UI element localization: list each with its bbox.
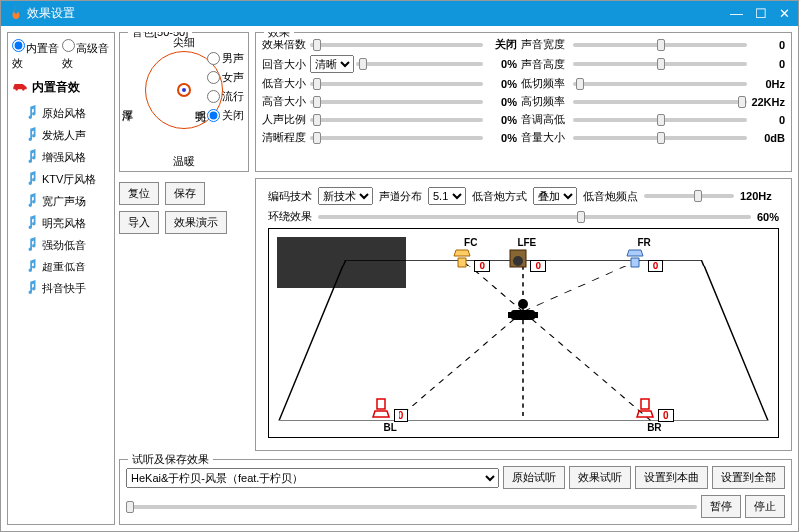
speaker-icon bbox=[625, 248, 645, 271]
eff-value: 0 bbox=[751, 58, 785, 70]
env-slider[interactable] bbox=[318, 215, 751, 219]
eff-label: 声音高度 bbox=[521, 57, 569, 72]
speaker-fc[interactable]: FC 0 bbox=[452, 237, 490, 272]
preset-item[interactable]: 宽广声场 bbox=[12, 190, 110, 212]
eff-label: 声音宽度 bbox=[521, 37, 569, 52]
eff-value: 0% bbox=[487, 58, 517, 70]
surround-panel: 编码技术 新技术 声道分布 5.1 低音炮方式 叠加 低音炮频点 120Hz 环… bbox=[255, 178, 792, 451]
effects-panel: 效果 效果倍数关闭声音宽度0回音大小清晰0%声音高度0低音大小0%低切频率0Hz… bbox=[255, 32, 792, 172]
music-note-icon bbox=[26, 280, 38, 296]
sidebar-section-header: 内置音效 bbox=[12, 79, 110, 96]
eff-slider[interactable] bbox=[573, 136, 747, 140]
eff-value: 关闭 bbox=[487, 37, 517, 52]
ch-select[interactable]: 5.1 bbox=[428, 187, 466, 205]
preset-item[interactable]: 发烧人声 bbox=[12, 124, 110, 146]
eff-value: 0% bbox=[487, 96, 517, 108]
speaker-fr[interactable]: FR 0 bbox=[625, 237, 663, 272]
eff-value: 0% bbox=[487, 114, 517, 126]
enc-select[interactable]: 新技术 bbox=[318, 187, 373, 205]
eff-label: 低音大小 bbox=[262, 76, 306, 91]
mode-builtin-radio[interactable]: 内置音效 bbox=[12, 39, 60, 71]
pause-button[interactable]: 暂停 bbox=[701, 495, 741, 518]
speaker-icon bbox=[635, 397, 655, 421]
preset-item[interactable]: 增强风格 bbox=[12, 146, 110, 168]
eff-slider[interactable] bbox=[573, 43, 747, 47]
song-select[interactable]: HeKai&于柠贝-风景（feat.于柠贝） bbox=[126, 468, 499, 488]
eff-value: 0% bbox=[487, 132, 517, 144]
orig-listen-button[interactable]: 原始试听 bbox=[503, 466, 565, 489]
echo-select[interactable]: 清晰 bbox=[310, 55, 354, 73]
tone-center-handle[interactable] bbox=[177, 83, 191, 97]
save-current-button[interactable]: 设置到本曲 bbox=[635, 466, 708, 489]
music-note-icon bbox=[26, 237, 38, 253]
svg-rect-9 bbox=[508, 312, 512, 318]
music-note-icon bbox=[26, 149, 38, 165]
eff-slider[interactable] bbox=[573, 62, 747, 66]
save-all-button[interactable]: 设置到全部 bbox=[712, 466, 785, 489]
preset-item[interactable]: 强劲低音 bbox=[12, 234, 110, 256]
listener-icon[interactable] bbox=[505, 296, 541, 328]
eff-label: 高切频率 bbox=[521, 94, 569, 109]
playback-slider[interactable] bbox=[126, 505, 697, 509]
titlebar: 效果设置 — ☐ ✕ bbox=[1, 1, 798, 26]
voice-radio[interactable]: 关闭 bbox=[207, 108, 244, 123]
preset-item[interactable]: 抖音快手 bbox=[12, 277, 110, 299]
bassfreq-slider[interactable] bbox=[644, 194, 734, 198]
eff-value: 0Hz bbox=[751, 78, 785, 90]
save-button[interactable]: 保存 bbox=[165, 182, 205, 205]
bassmode-label: 低音炮方式 bbox=[472, 189, 527, 204]
eff-slider[interactable] bbox=[310, 43, 483, 47]
preset-item[interactable]: 明亮风格 bbox=[12, 212, 110, 234]
window-title: 效果设置 bbox=[27, 5, 75, 22]
close-button[interactable]: ✕ bbox=[779, 6, 790, 21]
svg-point-7 bbox=[518, 299, 528, 309]
voice-radio[interactable]: 男声 bbox=[207, 51, 244, 66]
demo-button[interactable]: 效果演示 bbox=[165, 211, 227, 234]
eff-label: 回音大小 bbox=[262, 57, 306, 72]
speaker-icon bbox=[371, 397, 391, 421]
mode-advanced-radio[interactable]: 高级音效 bbox=[62, 39, 110, 71]
car-icon bbox=[12, 80, 28, 95]
ch-label: 声道分布 bbox=[379, 189, 422, 204]
bassfreq-value: 120Hz bbox=[740, 190, 772, 202]
voice-radio[interactable]: 流行 bbox=[207, 89, 244, 104]
music-note-icon bbox=[26, 127, 38, 143]
listen-legend: 试听及保存效果 bbox=[128, 452, 213, 467]
app-icon bbox=[9, 5, 23, 22]
minimize-button[interactable]: — bbox=[730, 6, 743, 21]
tone-label-top: 尖细 bbox=[173, 35, 195, 50]
speaker-lfe[interactable]: LFE 0 bbox=[508, 237, 546, 272]
reset-button[interactable]: 复位 bbox=[119, 182, 159, 205]
voice-radio[interactable]: 女声 bbox=[207, 70, 244, 85]
preset-item[interactable]: 原始风格 bbox=[12, 102, 110, 124]
svg-line-4 bbox=[397, 312, 524, 421]
eff-slider[interactable] bbox=[310, 118, 483, 122]
listen-panel: 试听及保存效果 HeKai&于柠贝-风景（feat.于柠贝） 原始试听 效果试听… bbox=[119, 459, 792, 525]
bassmode-select[interactable]: 叠加 bbox=[533, 187, 577, 205]
maximize-button[interactable]: ☐ bbox=[755, 6, 767, 21]
sidebar: 内置音效 高级音效 内置音效 原始风格发烧人声增强风格KTV厅风格宽广声场明亮风… bbox=[7, 32, 115, 525]
eff-listen-button[interactable]: 效果试听 bbox=[569, 466, 631, 489]
eff-slider[interactable] bbox=[310, 136, 483, 140]
svg-rect-10 bbox=[534, 312, 538, 318]
eff-slider[interactable] bbox=[573, 100, 747, 104]
eff-slider[interactable] bbox=[310, 100, 483, 104]
eff-slider[interactable] bbox=[310, 82, 483, 86]
eff-slider[interactable] bbox=[573, 82, 747, 86]
subwoofer-icon bbox=[508, 248, 528, 271]
env-value: 60% bbox=[757, 211, 779, 223]
speaker-bl[interactable]: 0 BL bbox=[371, 397, 408, 433]
eff-slider[interactable] bbox=[356, 62, 483, 66]
speaker-br[interactable]: 0 BR bbox=[635, 397, 673, 433]
music-note-icon bbox=[26, 171, 38, 187]
stop-button[interactable]: 停止 bbox=[745, 495, 785, 518]
eff-slider[interactable] bbox=[573, 118, 747, 122]
music-note-icon bbox=[26, 259, 38, 274]
preset-item[interactable]: KTV厅风格 bbox=[12, 168, 110, 190]
music-note-icon bbox=[26, 105, 38, 121]
preset-item[interactable]: 超重低音 bbox=[12, 256, 110, 277]
surround-canvas[interactable]: FC 0 LFE 0 FR 0 bbox=[268, 228, 779, 438]
tone-label-bottom: 温暖 bbox=[173, 154, 195, 169]
import-button[interactable]: 导入 bbox=[119, 211, 159, 234]
eff-value: 0% bbox=[487, 78, 517, 90]
